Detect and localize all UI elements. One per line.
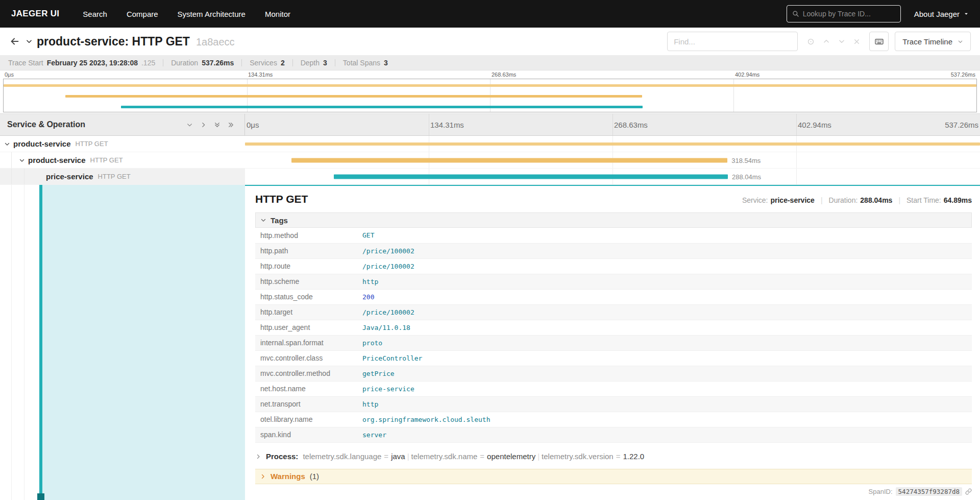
warnings-label: Warnings (271, 472, 305, 481)
chevron-down-icon[interactable] (19, 157, 25, 163)
keyboard-icon (874, 37, 884, 46)
chevron-down-icon (186, 122, 193, 128)
span-row[interactable]: price-serviceHTTP GET288.04ms (0, 169, 980, 185)
tag-value-cell: server (357, 427, 972, 442)
span-id-value: 54274357f93287d8 (896, 487, 962, 496)
span-detail-meta: Service:price-service|Duration:288.04ms|… (742, 196, 972, 204)
focus-match-icon[interactable] (807, 38, 815, 45)
tag-row: http.target/price/100002 (255, 304, 972, 320)
summary-label: Services (250, 59, 277, 67)
trace-summary-item: Total Spans3 (343, 59, 388, 67)
tag-value: PriceController (362, 354, 422, 362)
ruler-tick: 268.63ms (614, 121, 648, 129)
process-label: Process: (266, 452, 298, 461)
minimap-span-bar (65, 95, 642, 98)
about-jaeger-label: About Jaeger (914, 10, 960, 18)
nav-item-monitor[interactable]: Monitor (265, 10, 290, 18)
span-service-name: price-service (46, 172, 93, 181)
process-kv: telemetry.sdk.language=java (303, 452, 405, 461)
double-chevron-down-icon (214, 122, 220, 128)
about-jaeger-menu[interactable]: About Jaeger (914, 10, 969, 18)
tag-key: net.host.name (255, 381, 357, 396)
tag-row: http.schemehttp (255, 274, 972, 289)
divider (241, 59, 242, 66)
close-icon[interactable] (853, 38, 860, 45)
tags-accordion-header[interactable]: Tags (255, 212, 972, 228)
tag-value: server (362, 431, 386, 439)
expand-all-button[interactable] (214, 122, 220, 128)
nav-item-search[interactable]: Search (83, 10, 107, 18)
tag-key: span.kind (255, 427, 357, 442)
warnings-accordion-header[interactable]: Warnings (1) (255, 469, 972, 484)
tag-value-cell: http (357, 274, 972, 289)
collapse-one-button[interactable] (200, 122, 207, 128)
selected-span-fill (42, 185, 245, 500)
span-table: product-serviceHTTP GETproduct-serviceHT… (0, 136, 980, 185)
trace-lookup-input[interactable] (803, 10, 895, 18)
span-duration-bar[interactable] (334, 174, 728, 179)
find-input[interactable] (667, 32, 798, 51)
trace-view-selector[interactable]: Trace Timeline (895, 32, 971, 51)
ruler-gridline (612, 114, 613, 135)
ruler-tick: 402.94ms (798, 121, 831, 129)
tags-table: http.methodGEThttp.path/price/100002http… (255, 228, 972, 443)
tag-value-cell: http (357, 396, 972, 412)
span-row[interactable]: product-serviceHTTP GET (0, 136, 980, 152)
copy-link-icon[interactable] (965, 488, 972, 495)
trace-header: product-service: HTTP GET 1a8aecc (0, 28, 980, 55)
tag-value-cell: /price/100002 (357, 243, 972, 258)
ruler-gridline (429, 114, 429, 135)
span-duration-bar[interactable] (245, 142, 980, 146)
collapse-all-button[interactable] (228, 122, 234, 128)
meta-value: price-service (770, 196, 814, 204)
span-row[interactable]: product-serviceHTTP GET318.54ms (0, 152, 980, 169)
nav-item-system-architecture[interactable]: System Architecture (178, 10, 246, 18)
tag-value: Java/11.0.18 (362, 324, 410, 331)
indent-guide (24, 185, 24, 500)
app-logo[interactable]: JAEGER UI (11, 9, 59, 19)
trace-collapse-toggle[interactable] (26, 38, 33, 45)
expand-one-button[interactable] (186, 122, 193, 128)
span-name-cell: price-serviceHTTP GET (0, 169, 245, 184)
trace-summary-item: Trace StartFebruary 25 2023, 19:28:08.12… (8, 59, 155, 67)
chevron-down-icon[interactable] (838, 38, 845, 45)
minimap-viewport[interactable] (3, 79, 977, 112)
chevron-down-icon[interactable] (4, 141, 10, 147)
ruler-tick: 0μs (5, 72, 14, 78)
span-operation-name: HTTP GET (90, 156, 123, 164)
nav-right: About Jaeger (787, 5, 969, 22)
process-accordion-header[interactable]: Process: telemetry.sdk.language=java|tel… (255, 450, 972, 463)
chevron-right-icon (260, 473, 266, 480)
trace-toolbar: Trace Timeline (667, 32, 971, 51)
tag-row: http.user_agentJava/11.0.18 (255, 320, 972, 335)
minimap-span-bar (121, 106, 643, 108)
tag-row: http.route/price/100002 (255, 258, 972, 274)
nav-item-compare[interactable]: Compare (127, 10, 158, 18)
span-id-label: SpanID: (869, 488, 893, 495)
chevron-down-icon (260, 217, 266, 223)
tag-value: /price/100002 (362, 263, 414, 270)
summary-label: Trace Start (8, 59, 43, 67)
indent-guide (11, 169, 12, 184)
span-name-cell: product-serviceHTTP GET (0, 152, 245, 168)
back-button[interactable] (9, 36, 20, 47)
jaeger-trace-page: JAEGER UI SearchCompareSystem Architectu… (0, 0, 980, 500)
trace-summary-item: Duration537.26ms (171, 59, 234, 67)
trace-minimap: 0μs134.31ms268.63ms402.94ms537.26ms (0, 70, 980, 113)
ruler-tick: 402.94ms (735, 72, 760, 78)
span-detail-panel: HTTP GET Service:price-service|Duration:… (245, 185, 980, 500)
trace-short-id: 1a8aecc (196, 36, 235, 48)
chevron-right-icon (200, 122, 207, 128)
tag-key: otel.library.name (255, 412, 357, 427)
process-kv-list: telemetry.sdk.language=java|telemetry.sd… (303, 452, 644, 461)
trace-lookup (787, 5, 901, 22)
tag-value-cell: org.springframework.cloud.sleuth (357, 412, 972, 427)
chevron-up-icon[interactable] (823, 38, 830, 45)
divider: | (407, 452, 409, 461)
span-duration-bar[interactable] (291, 158, 727, 162)
summary-value: February 25 2023, 19:28:08 (47, 59, 138, 67)
span-operation-title: HTTP GET (255, 193, 308, 205)
trace-summary-item: Services2 (250, 59, 284, 67)
span-operation-name: HTTP GET (76, 140, 108, 148)
keyboard-shortcuts-button[interactable] (869, 32, 889, 51)
